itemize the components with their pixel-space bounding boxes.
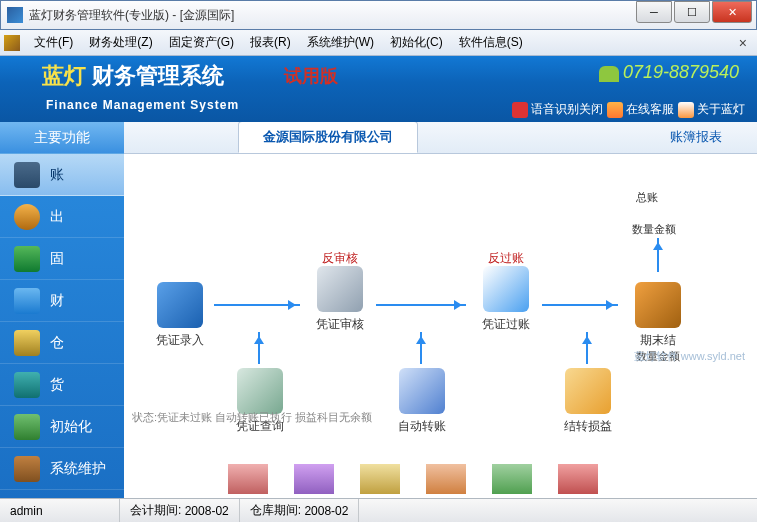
tabs: 金源国际股份有限公司 账簿报表	[124, 122, 757, 154]
window-title: 蓝灯财务管理软件(专业版) - [金源国际]	[29, 7, 234, 24]
bottom-icon-row	[228, 464, 598, 494]
gear-icon	[14, 414, 40, 440]
menubar: 文件(F) 财务处理(Z) 固定资产(G) 报表(R) 系统维护(W) 初始化(…	[0, 30, 757, 56]
maximize-button[interactable]: ☐	[674, 1, 710, 23]
clipboard-icon	[565, 368, 611, 414]
header-links: 语音识别关闭 在线客服 关于蓝灯	[512, 101, 745, 118]
menu-app-icon	[4, 35, 20, 51]
home-icon	[678, 102, 694, 118]
sidebar-item-finance[interactable]: 财	[0, 280, 124, 322]
general-ledger-label: 总账	[636, 190, 658, 205]
phone-number: 0719-8879540	[599, 62, 739, 83]
tool-icon[interactable]	[360, 464, 400, 494]
pencil-icon	[157, 282, 203, 328]
node-voucher-post[interactable]: 反过账 凭证过账	[476, 250, 536, 333]
sidebar-item-init[interactable]: 初始化	[0, 406, 124, 448]
menu-software-info[interactable]: 软件信息(S)	[451, 31, 531, 54]
minimize-button[interactable]: ─	[636, 1, 672, 23]
hammer-icon	[635, 282, 681, 328]
monitor-icon	[14, 162, 40, 188]
workflow-diagram: 总账 数量金额 凭证录入 反审核 凭证审核 反过账 凭证过账 期末结	[124, 154, 757, 494]
arrow-icon	[542, 304, 618, 306]
watermark: 蓝灯软件 www.syld.net	[634, 349, 745, 364]
arrow-icon	[376, 304, 466, 306]
sidebar-item-out[interactable]: 出	[0, 196, 124, 238]
tool-icon[interactable]	[558, 464, 598, 494]
statusbar: admin 会计期间: 2008-02 仓库期间: 2008-02	[0, 498, 757, 522]
sidebar: 主要功能 账 出 固 财 仓 货 初始化 系统维护	[0, 122, 124, 498]
menu-finance[interactable]: 财务处理(Z)	[81, 31, 160, 54]
brand-left: 蓝灯	[42, 63, 86, 88]
menu-file[interactable]: 文件(F)	[26, 31, 81, 54]
microphone-icon	[512, 102, 528, 118]
tool-icon[interactable]	[294, 464, 334, 494]
body: 主要功能 账 出 固 财 仓 货 初始化 系统维护 金源国际股份有限公司 账簿报…	[0, 122, 757, 498]
tool-icon[interactable]	[228, 464, 268, 494]
qty-amount-label: 数量金额	[632, 222, 676, 237]
status-period: 会计期间: 2008-02	[120, 499, 240, 522]
window-controls: ─ ☐ ✕	[634, 1, 752, 23]
node-profit-loss[interactable]: 结转损益	[558, 368, 618, 435]
window-titlebar: 蓝灯财务管理软件(专业版) - [金源国际] ─ ☐ ✕	[0, 0, 757, 30]
house-icon	[483, 266, 529, 312]
status-stock-period: 仓库期间: 2008-02	[240, 499, 360, 522]
brand-english: Finance Management System	[46, 98, 239, 112]
search-doc-icon	[237, 368, 283, 414]
tool-icon[interactable]	[492, 464, 532, 494]
person-icon	[14, 204, 40, 230]
arrow-icon	[214, 304, 300, 306]
menu-reports[interactable]: 报表(R)	[242, 31, 299, 54]
brand-title: 蓝灯 财务管理系统	[42, 61, 224, 91]
magnifier-icon	[317, 266, 363, 312]
menu-system[interactable]: 系统维护(W)	[299, 31, 382, 54]
trial-badge: 试用版	[284, 64, 338, 88]
chart-icon	[14, 288, 40, 314]
package-icon	[14, 372, 40, 398]
voice-toggle[interactable]: 语音识别关闭	[512, 101, 603, 118]
support-icon	[607, 102, 623, 118]
arrow-up-icon	[420, 332, 422, 364]
status-user: admin	[0, 499, 120, 522]
sidebar-item-fixed[interactable]: 固	[0, 238, 124, 280]
app-icon	[7, 7, 23, 23]
sidebar-item-accounts[interactable]: 账	[0, 154, 124, 196]
node-voucher-audit[interactable]: 反审核 凭证审核	[310, 250, 370, 333]
brand-right: 财务管理系统	[92, 63, 224, 88]
arrow-up-icon	[586, 332, 588, 364]
sidebar-header: 主要功能	[0, 122, 124, 154]
main-content: 金源国际股份有限公司 账簿报表 总账 数量金额 凭证录入 反审核 凭证审核 反过…	[124, 122, 757, 498]
menu-init[interactable]: 初始化(C)	[382, 31, 451, 54]
about-link[interactable]: 关于蓝灯	[678, 101, 745, 118]
sidebar-item-warehouse[interactable]: 仓	[0, 322, 124, 364]
tools-icon	[14, 456, 40, 482]
header-banner: 蓝灯 财务管理系统 试用版 Finance Management System …	[0, 56, 757, 122]
node-voucher-entry[interactable]: 凭证录入	[150, 266, 210, 349]
grid-icon	[14, 246, 40, 272]
tab-reports[interactable]: 账簿报表	[645, 122, 747, 153]
status-hint: 状态:凭证未过账 自动转账已执行 损益科目无余额	[132, 410, 562, 425]
tool-icon[interactable]	[426, 464, 466, 494]
menu-fixed-assets[interactable]: 固定资产(G)	[161, 31, 242, 54]
box-icon	[14, 330, 40, 356]
sidebar-item-maintain[interactable]: 系统维护	[0, 448, 124, 490]
close-button[interactable]: ✕	[712, 1, 752, 23]
phone-icon	[599, 66, 619, 82]
online-support[interactable]: 在线客服	[607, 101, 674, 118]
tab-company[interactable]: 金源国际股份有限公司	[238, 122, 418, 153]
arrow-up-icon	[657, 238, 659, 272]
arrow-up-icon	[258, 332, 260, 364]
cycle-icon	[399, 368, 445, 414]
mdi-close-icon[interactable]: ×	[733, 35, 753, 51]
sidebar-item-goods[interactable]: 货	[0, 364, 124, 406]
